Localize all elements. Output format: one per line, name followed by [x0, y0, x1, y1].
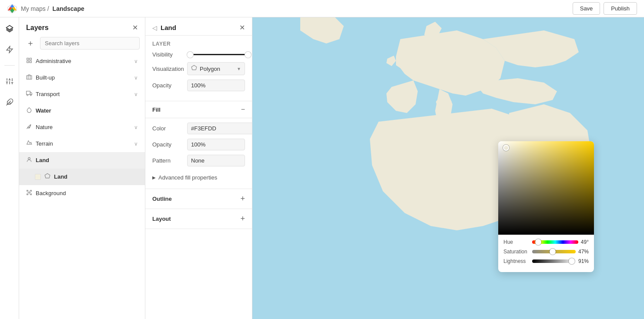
advanced-fill-toggle[interactable]: ▶ Advanced fill properties: [152, 171, 245, 184]
svg-marker-31: [45, 173, 50, 178]
opacity-label: Opacity: [152, 82, 187, 89]
svg-rect-23: [27, 61, 29, 63]
color-row: Color: [152, 123, 245, 134]
terrain-expand-icon: ∨: [134, 141, 138, 147]
svg-point-28: [30, 94, 31, 96]
hue-value: 49°: [581, 239, 589, 245]
svg-point-40: [436, 98, 452, 106]
layer-name-transport: Transport: [36, 91, 131, 97]
fill-opacity-row: Opacity 100%: [152, 139, 245, 150]
opacity-row: Opacity 100%: [152, 80, 245, 91]
outline-label: Outline: [152, 196, 172, 202]
layout-section[interactable]: Layout +: [145, 209, 252, 229]
viz-dropdown-icon: ▼: [237, 66, 241, 71]
plugin-icon-btn[interactable]: [3, 96, 16, 108]
layer-name-land-sub: Land: [54, 173, 138, 180]
bolt-icon-btn[interactable]: [3, 43, 16, 56]
outline-add-icon[interactable]: +: [240, 194, 245, 203]
svg-rect-24: [27, 76, 32, 79]
advanced-fill-label: Advanced fill properties: [158, 174, 217, 181]
fill-collapse-icon[interactable]: −: [241, 106, 245, 113]
props-close-icon[interactable]: ✕: [239, 23, 245, 32]
publish-button[interactable]: Publish: [604, 2, 637, 15]
color-value-wrap: [187, 123, 252, 134]
visualization-label: Visualization: [152, 66, 187, 72]
layer-name-administrative: Administrative: [36, 58, 131, 64]
transport-icon: [26, 90, 32, 98]
layer-item-builtup[interactable]: Built-up ∨: [19, 70, 145, 86]
terrain-icon: [26, 140, 32, 147]
layers-close-icon[interactable]: ✕: [132, 23, 138, 32]
pattern-label: Pattern: [152, 157, 187, 164]
layers-header: Layers ✕: [19, 17, 145, 35]
layers-search: [24, 37, 140, 50]
color-hex-input[interactable]: [187, 123, 252, 134]
page-title: Landscape: [53, 5, 84, 12]
light-thumb[interactable]: [569, 258, 575, 264]
visibility-thumb-right[interactable]: [245, 52, 251, 58]
svg-rect-37: [30, 194, 31, 195]
main-layout: Layers ✕ Administrative ∨: [0, 17, 644, 319]
visualization-select[interactable]: Polygon ▼: [187, 62, 245, 75]
icon-sidebar: [0, 17, 19, 319]
svg-rect-34: [27, 190, 28, 191]
layer-name-background: Background: [36, 190, 138, 196]
color-picker-popup: Hue 49° Saturation 47% Lightness: [498, 141, 594, 272]
layer-item-administrative[interactable]: Administrative ∨: [19, 53, 145, 70]
picker-controls: Hue 49° Saturation 47% Lightness: [498, 235, 594, 272]
layer-item-land-sub[interactable]: Land: [19, 169, 145, 185]
sat-thumb[interactable]: [550, 249, 556, 255]
layer-item-terrain[interactable]: Terrain ∨: [19, 136, 145, 152]
layout-add-icon[interactable]: +: [240, 214, 245, 223]
outline-section[interactable]: Outline +: [145, 189, 252, 209]
administrative-expand-icon: ∨: [134, 58, 138, 64]
layer-item-transport[interactable]: Transport ∨: [19, 86, 145, 103]
pattern-value[interactable]: None: [187, 155, 245, 166]
layer-name-terrain: Terrain: [36, 140, 131, 147]
opacity-value[interactable]: 100%: [187, 80, 245, 91]
svg-point-41: [502, 91, 512, 96]
svg-rect-22: [30, 61, 31, 63]
saturation-value: 47%: [578, 249, 589, 255]
lightness-label: Lightness: [503, 258, 530, 264]
picker-gradient[interactable]: [498, 141, 594, 235]
layer-item-land[interactable]: Land: [19, 152, 145, 169]
layers-list: Administrative ∨ Built-up ∨ Transport ∨: [19, 53, 145, 319]
land-icon: [26, 156, 32, 164]
hue-row: Hue 49°: [503, 239, 589, 245]
visibility-thumb[interactable]: [187, 52, 193, 58]
builtup-expand-icon: ∨: [134, 75, 138, 81]
lightness-slider[interactable]: [532, 259, 576, 263]
svg-marker-29: [27, 141, 32, 144]
picker-gradient-thumb[interactable]: [503, 145, 509, 151]
visibility-slider[interactable]: [187, 54, 245, 55]
save-button[interactable]: Save: [573, 2, 600, 15]
fill-opacity-value[interactable]: 100%: [187, 139, 245, 150]
svg-point-30: [28, 157, 30, 160]
layer-item-water[interactable]: Water: [19, 103, 145, 119]
props-header: ◁ Land ✕: [145, 17, 252, 36]
nature-expand-icon: ∨: [134, 124, 138, 130]
layer-item-background[interactable]: Background: [19, 185, 145, 202]
breadcrumb: My maps /: [21, 5, 49, 12]
search-input[interactable]: [40, 37, 140, 50]
layer-name-builtup: Built-up: [36, 74, 131, 81]
hue-thumb[interactable]: [535, 239, 541, 245]
fill-section: Color Opacity 100% Pattern None ▶ Advanc…: [145, 118, 252, 189]
svg-rect-25: [27, 91, 30, 95]
land-color-swatch: [35, 174, 41, 180]
sliders-icon-btn[interactable]: [3, 75, 16, 87]
logo-icon: [7, 3, 17, 14]
layers-icon-btn[interactable]: [3, 23, 16, 35]
svg-rect-35: [30, 190, 31, 191]
saturation-row: Saturation 47%: [503, 249, 589, 255]
color-label: Color: [152, 125, 187, 132]
props-header-left: ◁ Land: [152, 24, 176, 31]
layer-item-nature[interactable]: Nature ∨: [19, 119, 145, 136]
saturation-slider[interactable]: [532, 250, 576, 253]
hue-slider[interactable]: [532, 240, 578, 244]
properties-panel: ◁ Land ✕ Layer Visibility Visualization: [145, 17, 252, 319]
transport-expand-icon: ∨: [134, 91, 138, 97]
layout-label: Layout: [152, 216, 171, 222]
add-layer-button[interactable]: [24, 37, 37, 50]
